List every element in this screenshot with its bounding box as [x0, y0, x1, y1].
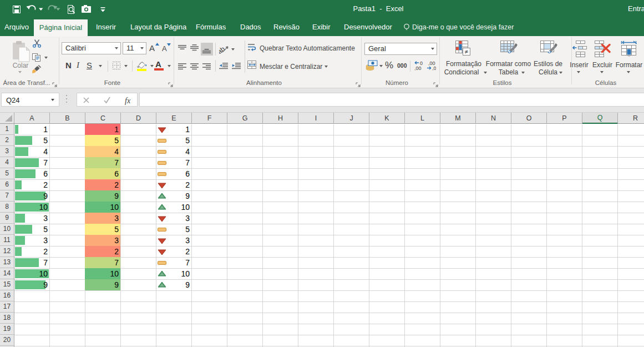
svg-text:,0: ,0	[432, 66, 436, 71]
svg-text:fx: fx	[125, 97, 131, 105]
svg-text:≠: ≠	[465, 48, 468, 55]
svg-text:,00: ,00	[414, 66, 422, 71]
